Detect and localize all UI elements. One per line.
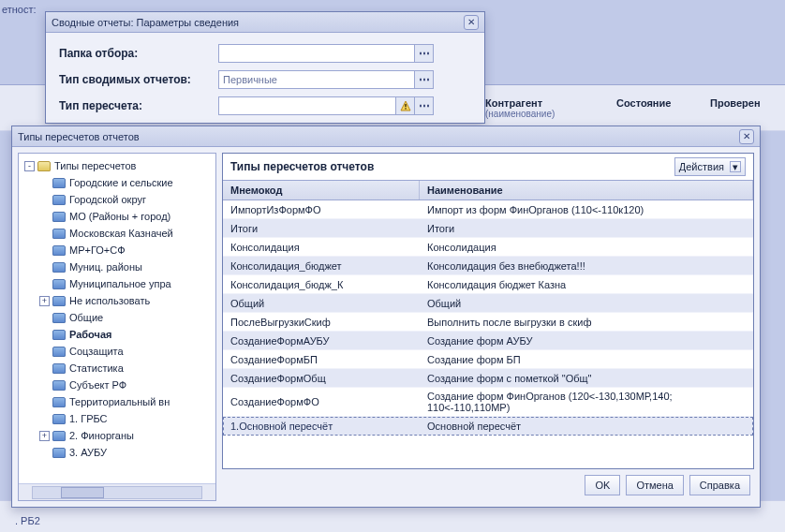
table-row[interactable]: ОбщийОбщий <box>223 294 753 313</box>
input-papka[interactable] <box>218 44 415 63</box>
table-row[interactable]: СозданиеФормФОСоздание форм ФинОрганов (… <box>223 388 753 417</box>
database-icon <box>52 414 66 424</box>
input-tip-pere[interactable] <box>218 96 396 115</box>
col-sostoyanie: Состояние <box>616 97 671 109</box>
tree-item[interactable]: Общие <box>19 309 215 326</box>
label-tip-svod: Тип сводимых отчетов: <box>59 73 218 86</box>
tree-item[interactable]: Соцзащита <box>19 343 215 360</box>
cell-name: Создание форм ФинОрганов (120<-130,130МР… <box>420 388 753 416</box>
database-icon <box>52 330 66 340</box>
tree-item[interactable]: Московская Казначей <box>19 225 215 242</box>
tree-item[interactable]: МО (Районы + город) <box>19 208 215 225</box>
dialog-types: Типы пересчетов отчетов ✕ -Типы пересчет… <box>11 126 761 508</box>
actions-label: Действия <box>679 161 724 172</box>
ellipsis-button-papka[interactable]: ⋯ <box>415 44 434 63</box>
actions-button[interactable]: Действия ▾ <box>674 157 746 176</box>
cell-mnemo: ИмпортИзФормФО <box>223 201 420 218</box>
bg-footer-tag: . РБ2 <box>15 515 40 526</box>
ok-button[interactable]: OK <box>585 475 620 495</box>
table-row[interactable]: Консолидация_бюдж_ККонсолидация бюджет К… <box>223 275 753 294</box>
cell-mnemo: Итоги <box>223 220 420 237</box>
table-row[interactable]: СозданиеФормБПСоздание форм БП <box>223 350 753 369</box>
tree-item-label: Не использовать <box>69 295 150 306</box>
grid-panel: Типы пересчетов отчетов Действия ▾ Мнемо… <box>222 153 754 469</box>
database-icon <box>52 448 66 458</box>
tree-pane[interactable]: -Типы пересчетовГородские и сельскиеГоро… <box>18 153 216 501</box>
table-row[interactable]: 1.Основной пересчётОсновной пересчёт <box>223 417 753 436</box>
expand-icon[interactable]: + <box>39 431 50 441</box>
cell-mnemo: Консолидация_бюдж_К <box>223 276 420 293</box>
ellipsis-button-tip-svod[interactable]: ⋯ <box>415 70 434 89</box>
label-tip-pere: Тип пересчета: <box>59 99 218 112</box>
tree-item[interactable]: Территориальный вн <box>19 393 215 410</box>
tree-item[interactable]: +2. Финорганы <box>19 427 215 444</box>
table-row[interactable]: СозданиеФормАУБУСоздание форм АУБУ <box>223 332 753 350</box>
cell-mnemo: СозданиеФормАУБУ <box>223 332 420 349</box>
tree-item-label: Московская Казначей <box>69 228 173 239</box>
col-proveren: Проверен <box>710 97 761 109</box>
tree-item[interactable]: -Типы пересчетов <box>19 157 215 174</box>
table-row[interactable]: КонсолидацияКонсолидация <box>223 238 753 257</box>
cell-name: Итоги <box>420 220 753 237</box>
warning-icon <box>396 96 415 115</box>
table-row[interactable]: ИмпортИзФормФОИмпорт из форм ФинОрганов … <box>223 200 753 219</box>
close-icon[interactable]: ✕ <box>464 15 479 30</box>
col-header-mnemo[interactable]: Мнемокод <box>223 181 420 200</box>
tree-item[interactable]: 1. ГРБС <box>19 410 215 427</box>
col-kontragent: Контрагент <box>485 97 601 109</box>
table-row[interactable]: ПослеВыгрузкиСкифВыполнить после выгрузк… <box>223 313 753 332</box>
cancel-button[interactable]: Отмена <box>626 475 683 495</box>
tree-item[interactable]: МР+ГО+СФ <box>19 242 215 259</box>
tree-item-label: Общие <box>69 312 103 323</box>
tree-item-label: МР+ГО+СФ <box>69 244 126 256</box>
tree-item-label: Городские и сельские <box>69 177 173 188</box>
tree-item[interactable]: Городские и сельские <box>19 174 215 191</box>
table-row[interactable]: Консолидация_бюджетКонсолидация без внеб… <box>223 257 753 275</box>
tree-item-label: Субъект РФ <box>69 379 126 391</box>
tree-item[interactable]: 3. АУБУ <box>19 444 215 461</box>
tree-item-label: 3. АУБУ <box>69 447 107 458</box>
tree-item[interactable]: +Не использовать <box>19 292 215 309</box>
chevron-down-icon: ▾ <box>730 161 741 172</box>
svg-rect-1 <box>405 108 406 109</box>
cell-name: Консолидация бюджет Казна <box>420 276 753 293</box>
tree-item[interactable]: Городской округ <box>19 191 215 208</box>
grid-title: Типы пересчетов отчетов <box>230 160 374 173</box>
database-icon <box>52 245 66 256</box>
cell-name: Создание форм АУБУ <box>420 332 753 349</box>
database-icon <box>52 279 66 289</box>
ellipsis-button-tip-pere[interactable]: ⋯ <box>415 96 434 115</box>
expand-icon[interactable]: + <box>39 296 50 306</box>
tree-item[interactable]: Субъект РФ <box>19 377 215 393</box>
dialog-params: Сводные отчеты: Параметры сведения ✕ Пап… <box>45 11 485 124</box>
table-row[interactable]: СозданиеФормОбщСоздание форм с пометкой … <box>223 369 753 388</box>
tree-item-label: МО (Районы + город) <box>69 211 170 222</box>
cell-mnemo: Консолидация_бюджет <box>223 258 420 274</box>
dialog-params-title: Сводные отчеты: Параметры сведения <box>52 17 239 28</box>
cell-mnemo: Общий <box>223 295 420 312</box>
tree-item[interactable]: Статистика <box>19 360 215 377</box>
tree-item[interactable]: Рабочая <box>19 326 215 343</box>
cell-mnemo: ПослеВыгрузкиСкиф <box>223 314 420 331</box>
database-icon <box>52 363 66 374</box>
close-icon[interactable]: ✕ <box>739 129 754 144</box>
cell-name: Основной пересчёт <box>420 418 753 435</box>
tree-item-label: Соцзащита <box>69 346 124 357</box>
tree-item-label: Типы пересчетов <box>54 160 136 171</box>
tree-item[interactable]: Муниц. районы <box>19 259 215 275</box>
database-icon <box>52 212 66 222</box>
collapse-icon[interactable]: - <box>24 161 35 171</box>
table-row[interactable]: ИтогиИтоги <box>223 219 753 238</box>
tree-item[interactable]: Муниципальное упра <box>19 275 215 292</box>
col-header-name[interactable]: Наименование <box>420 181 753 200</box>
database-icon <box>52 296 66 306</box>
cell-mnemo: СозданиеФормОбщ <box>223 370 420 387</box>
help-button[interactable]: Справка <box>689 475 750 495</box>
tree-horizontal-scrollbar[interactable] <box>19 483 215 500</box>
cell-name: Импорт из форм ФинОрганов (110<-110к120) <box>420 201 753 218</box>
cell-name: Выполнить после выгрузки в скиф <box>420 314 753 331</box>
col-kontragent-sub: (наименование) <box>485 109 601 119</box>
database-icon <box>52 380 66 391</box>
input-tip-svod[interactable] <box>218 70 415 89</box>
bg-text-truncated: етност: <box>2 4 37 15</box>
